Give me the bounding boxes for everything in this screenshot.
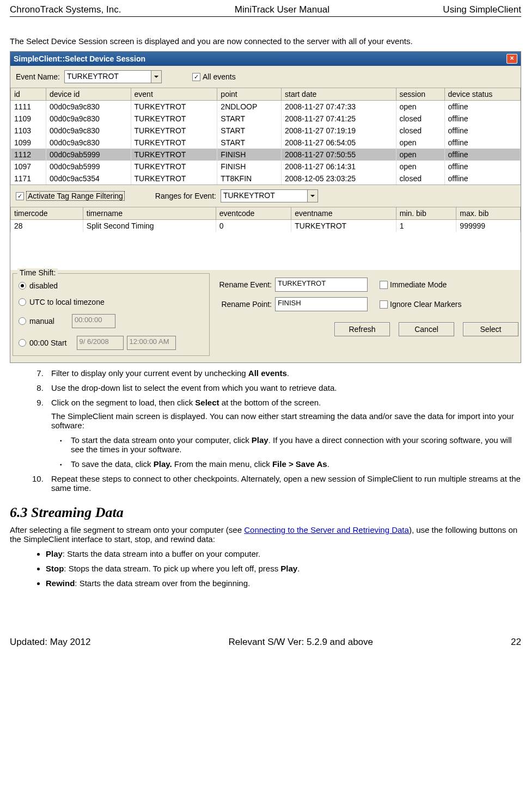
column-header[interactable]: point: [217, 88, 282, 101]
activate-filtering-label: Activate Tag Range Filtering: [26, 191, 125, 201]
footer-center: Relevant S/W Ver: 5.2.9 and above: [228, 637, 373, 648]
column-header[interactable]: eventname: [291, 207, 396, 220]
window-title: SimpleClient::Select Device Session: [14, 54, 145, 63]
column-header[interactable]: device id: [46, 88, 131, 101]
ranges-label: Ranges for Event:: [155, 192, 216, 200]
steps-list: Filter to display only your current even…: [46, 368, 521, 493]
column-header[interactable]: timercode: [11, 207, 83, 220]
event-name-label: Event Name:: [16, 72, 60, 81]
table-row[interactable]: 111100d0c9a9c830TURKEYTROT2NDLOOP2008-11…: [11, 101, 521, 113]
ts-utc-radio[interactable]: UTC to local timezone: [19, 298, 204, 306]
table-row[interactable]: 110900d0c9a9c830TURKEYTROTSTART2008-11-2…: [11, 113, 521, 125]
header-left: ChronoTrack Systems, Inc.: [10, 4, 121, 15]
footer-right: 22: [511, 637, 521, 648]
column-header[interactable]: id: [11, 88, 46, 101]
ranges-table: timercodetimernameeventcodeeventnamemin.…: [10, 207, 521, 232]
bullet-rewind: Rewind: Starts the data stream over from…: [46, 579, 521, 588]
sessions-table: iddevice ideventpointstart datesessionde…: [10, 88, 521, 184]
step-9: Click on the segment to load, then click…: [46, 398, 521, 469]
column-header[interactable]: max. bib: [456, 207, 521, 220]
chevron-down-icon[interactable]: [307, 190, 318, 202]
filter-row: ✓ Activate Tag Range Filtering Ranges fo…: [10, 184, 521, 207]
rename-event-input[interactable]: TURKEYTROT: [275, 278, 368, 292]
rename-point-label: Rename Point:: [217, 300, 272, 309]
page-footer: Updated: May 2012 Relevant S/W Ver: 5.2.…: [10, 637, 521, 648]
section-6-3-bullets: Play: Starts the data stream into a buff…: [10, 549, 521, 588]
intro-text: The Select Device Session screen is disp…: [10, 36, 521, 46]
table-row[interactable]: 28Split Second Timing0TURKEYTROT1999999: [11, 220, 521, 232]
all-events-checkbox[interactable]: ✓ All events: [192, 72, 236, 81]
time-shift-legend: Time Shift:: [17, 268, 58, 277]
ts-manual-radio[interactable]: manual 00:00:00: [19, 314, 204, 328]
column-header[interactable]: timername: [83, 207, 216, 220]
checkbox-icon: ✓: [16, 192, 24, 200]
step-9-sub-1: To start the data stream onto your compu…: [71, 435, 521, 454]
step-7: Filter to display only your current even…: [46, 368, 521, 378]
all-events-label: All events: [203, 72, 236, 81]
close-icon[interactable]: ×: [506, 54, 517, 64]
section-6-3-heading: 6.3 Streaming Data: [10, 505, 521, 521]
table-row[interactable]: 117100d0c9ac5354TURKEYTROTTT8KFIN2008-12…: [11, 173, 521, 184]
column-header[interactable]: session: [396, 88, 444, 101]
table-row[interactable]: 109900d0c9a9c830TURKEYTROTSTART2008-11-2…: [11, 137, 521, 149]
ts-start-date: 9/ 6/2008: [77, 336, 124, 350]
ts-manual-time: 00:00:00: [72, 314, 115, 328]
screenshot-window: SimpleClient::Select Device Session × Ev…: [10, 51, 521, 363]
rename-event-label: Rename Event:: [217, 280, 272, 289]
bullet-play: Play: Starts the data stream into a buff…: [46, 549, 521, 558]
ranges-dropdown[interactable]: TURKEYTROT: [221, 189, 318, 202]
immediate-mode-checkbox[interactable]: Immediate Mode: [380, 280, 447, 289]
link-connecting[interactable]: Connecting to the Server and Retrieving …: [244, 525, 409, 534]
table-row[interactable]: 111200d0c9ab5999TURKEYTROTFINISH2008-11-…: [11, 149, 521, 161]
column-header[interactable]: start date: [282, 88, 396, 101]
activate-filtering-checkbox[interactable]: ✓ Activate Tag Range Filtering: [16, 191, 125, 201]
cancel-button[interactable]: Cancel: [399, 322, 454, 336]
column-header[interactable]: event: [131, 88, 217, 101]
table-row[interactable]: 110300d0c9a9c830TURKEYTROTSTART2008-11-2…: [11, 125, 521, 137]
ranges-value: TURKEYTROT: [221, 190, 307, 202]
table-row[interactable]: 109700d0c9ab5999TURKEYTROTFINISH2008-11-…: [11, 161, 521, 173]
ts-disabled-radio[interactable]: disabled: [19, 281, 204, 290]
ts-start-radio[interactable]: 00:00 Start 9/ 6/2008 12:00:00 AM: [19, 336, 204, 350]
step-10: Repeat these steps to connect to other c…: [46, 474, 521, 493]
ignore-markers-checkbox[interactable]: Ignore Clear Markers: [380, 300, 462, 309]
rename-point-input[interactable]: FINISH: [275, 297, 368, 311]
select-button[interactable]: Select: [463, 322, 518, 336]
title-bar: SimpleClient::Select Device Session ×: [10, 52, 521, 66]
event-row: Event Name: TURKEYTROT ✓ All events: [10, 66, 521, 88]
ts-start-time: 12:00:00 AM: [127, 336, 176, 350]
step-8: Use the drop-down list to select the eve…: [46, 383, 521, 392]
chevron-down-icon[interactable]: [151, 71, 161, 83]
checkbox-icon: ✓: [192, 73, 200, 81]
column-header[interactable]: eventcode: [216, 207, 291, 220]
bottom-panel: Time Shift: disabled UTC to local timezo…: [10, 270, 521, 362]
rename-group: Rename Event: TURKEYTROT Immediate Mode …: [217, 273, 518, 356]
footer-left: Updated: May 2012: [10, 637, 90, 648]
bullet-stop: Stop: Stops the data stream. To pick up …: [46, 564, 521, 573]
column-header[interactable]: device status: [444, 88, 520, 101]
header-right: Using SimpleClient: [443, 4, 521, 15]
header-center: MiniTrack User Manual: [235, 4, 329, 15]
event-name-dropdown[interactable]: TURKEYTROT: [64, 70, 162, 83]
section-6-3-intro: After selecting a file segment to stream…: [10, 525, 521, 544]
time-shift-group: Time Shift: disabled UTC to local timezo…: [13, 273, 210, 356]
refresh-button[interactable]: Refresh: [334, 322, 390, 336]
event-name-value: TURKEYTROT: [65, 71, 151, 83]
column-header[interactable]: min. bib: [396, 207, 456, 220]
step-9-sub-2: To save the data, click Play. From the m…: [71, 459, 521, 469]
page-header: ChronoTrack Systems, Inc. MiniTrack User…: [10, 4, 521, 17]
